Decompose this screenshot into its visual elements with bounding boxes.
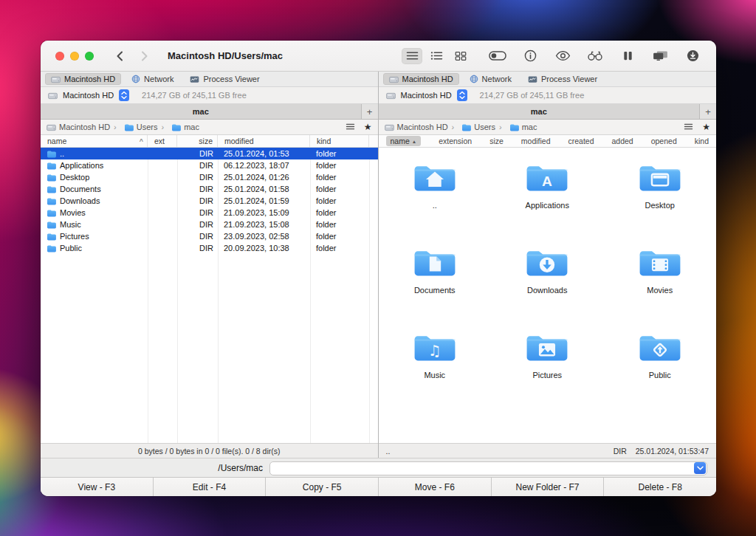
column-header[interactable]: added [612, 137, 633, 145]
window-title: Macintosh HD/Users/mac [168, 50, 283, 61]
column-header[interactable]: kind [695, 137, 709, 145]
dual-pane-icon[interactable] [617, 48, 638, 64]
preview-icon[interactable] [552, 48, 573, 64]
file-row[interactable]: Pictures DIR 23.09.2023, 02:58 folder [41, 230, 378, 242]
binoculars-icon[interactable] [585, 48, 605, 64]
file-name: Desktop [60, 173, 89, 182]
breadcrumb-item[interactable]: mac [495, 123, 537, 131]
function-button[interactable]: Copy - F5 [266, 478, 379, 496]
pane-tab[interactable]: Network [464, 73, 518, 85]
column-header[interactable]: size [489, 137, 504, 145]
column-header[interactable]: modified [521, 137, 551, 145]
function-button[interactable]: New Folder - F7 [492, 478, 605, 496]
file-ext [148, 219, 177, 230]
grid-item[interactable]: Public [604, 325, 717, 410]
back-button[interactable] [116, 51, 123, 61]
breadcrumb-item[interactable]: Users [448, 123, 495, 131]
left-file-list[interactable]: .. DIR 25.01.2024, 01:53 folder Applicat… [41, 148, 378, 443]
file-row[interactable]: Documents DIR 25.01.2024, 01:58 folder [41, 183, 378, 195]
folder-tab[interactable]: mac [41, 104, 362, 119]
new-tab-button[interactable]: + [700, 104, 716, 119]
icon-view-icon[interactable] [450, 48, 471, 64]
path-list-icon[interactable] [346, 123, 355, 132]
file-modified: 25.01.2024, 01:26 [218, 171, 310, 183]
column-header[interactable]: name [41, 135, 148, 147]
file-ext [148, 159, 177, 171]
displays-icon[interactable] [650, 48, 670, 64]
grid-item[interactable]: A Applications [491, 155, 604, 240]
grid-item[interactable]: Pictures [491, 325, 604, 410]
right-icon-grid[interactable]: .. A Applications Desktop [379, 148, 717, 443]
favorite-star-icon[interactable]: ★ [364, 123, 372, 131]
grid-item[interactable]: Downloads [491, 240, 604, 325]
file-modified: 25.01.2024, 01:59 [218, 195, 310, 207]
info-icon[interactable] [520, 48, 540, 64]
close-button[interactable] [55, 52, 64, 61]
file-row[interactable]: Downloads DIR 25.01.2024, 01:59 folder [41, 195, 378, 207]
column-header[interactable]: ext [148, 135, 177, 147]
function-button[interactable]: Edit - F4 [154, 478, 267, 496]
column-header[interactable]: name [386, 136, 422, 146]
file-row[interactable]: Movies DIR 21.09.2023, 15:09 folder [41, 207, 378, 219]
drive-select[interactable]: Macintosh HD [401, 91, 452, 100]
function-button[interactable]: View - F3 [41, 478, 154, 496]
pane-tab[interactable]: Process Viewer [184, 73, 265, 85]
drive-popup-stepper[interactable] [119, 89, 129, 101]
file-kind: folder [310, 242, 369, 254]
detail-view-icon[interactable] [426, 48, 447, 64]
grid-item[interactable]: ♫ Music [379, 325, 492, 410]
pane-tab[interactable]: Network [126, 73, 179, 85]
file-row[interactable]: Applications DIR 06.12.2023, 18:07 folde… [41, 159, 378, 171]
drive-select[interactable]: Macintosh HD [63, 91, 114, 100]
grid-item[interactable]: .. [379, 155, 492, 240]
column-header[interactable]: opened [651, 137, 677, 145]
path-list-icon[interactable] [684, 123, 693, 132]
function-button[interactable]: Delete - F8 [604, 478, 716, 496]
file-ext [148, 242, 177, 254]
favorite-star-icon[interactable]: ★ [702, 123, 710, 131]
column-header[interactable]: modified [218, 135, 310, 147]
file-row[interactable]: Desktop DIR 25.01.2024, 01:26 folder [41, 171, 378, 183]
pane-tab[interactable]: Process Viewer [522, 73, 603, 85]
folder-icon [47, 244, 56, 252]
minimize-button[interactable] [70, 52, 79, 61]
column-label: size [489, 137, 504, 145]
column-label: name [47, 137, 66, 145]
grid-item[interactable]: Movies [604, 240, 717, 325]
file-size: DIR [177, 148, 218, 159]
file-ext [148, 230, 177, 242]
zoom-button[interactable] [85, 52, 94, 61]
file-row[interactable]: .. DIR 25.01.2024, 01:53 folder [41, 148, 378, 159]
file-size: DIR [177, 171, 218, 183]
toggle-icon[interactable] [487, 48, 508, 64]
new-tab-button[interactable]: + [362, 104, 378, 119]
pane-tab[interactable]: Macintosh HD [383, 73, 459, 85]
breadcrumb-item[interactable]: Macintosh HD [47, 123, 110, 131]
file-kind: folder [310, 183, 369, 195]
file-name: .. [60, 149, 64, 158]
breadcrumb-item[interactable]: Users [110, 123, 157, 131]
function-button[interactable]: Move - F6 [379, 478, 492, 496]
breadcrumb-item[interactable]: mac [157, 123, 199, 131]
column-header[interactable]: created [568, 137, 594, 145]
column-header[interactable]: extension [439, 137, 472, 145]
crumb-icon [461, 123, 471, 131]
file-row[interactable]: Public DIR 20.09.2023, 10:38 folder [41, 242, 378, 254]
command-history-dropdown[interactable] [694, 462, 706, 474]
svg-text:♫: ♫ [428, 342, 441, 360]
grid-item[interactable]: Desktop [604, 155, 717, 240]
folder-tab[interactable]: mac [379, 104, 701, 119]
forward-button[interactable] [141, 51, 148, 61]
dual-pane-area: Macintosh HD Network Process Viewer Maci… [41, 72, 716, 458]
list-view-icon[interactable] [402, 48, 422, 64]
grid-item[interactable]: Documents [379, 240, 492, 325]
right-pane: Macintosh HD Network Process Viewer Maci… [379, 72, 717, 458]
breadcrumb-item[interactable]: Macintosh HD [385, 123, 448, 131]
command-input[interactable] [269, 461, 707, 475]
column-header[interactable]: kind [310, 135, 369, 147]
download-icon[interactable] [682, 48, 703, 64]
column-header[interactable]: size [177, 135, 218, 147]
pane-tab[interactable]: Macintosh HD [45, 73, 121, 85]
drive-popup-stepper[interactable] [457, 89, 467, 101]
file-row[interactable]: Music DIR 21.09.2023, 15:08 folder [41, 219, 378, 230]
